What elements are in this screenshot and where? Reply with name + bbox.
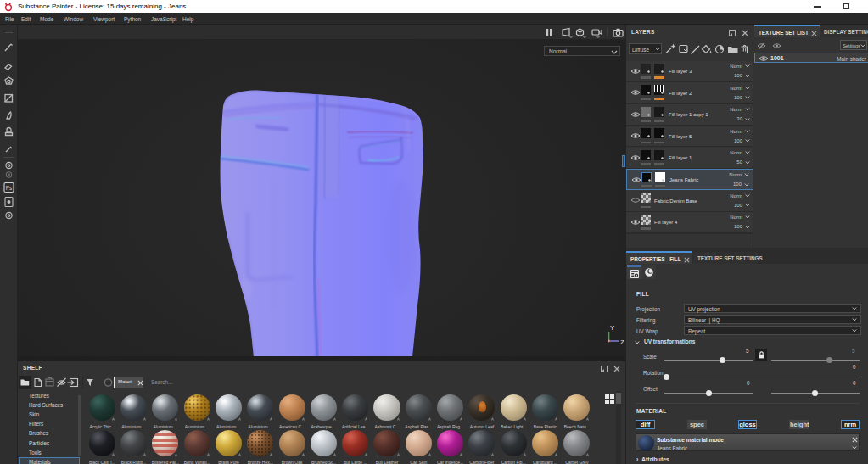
svg-text:Ps: Ps — [6, 185, 13, 191]
svg-text:Y: Y — [610, 324, 615, 332]
svg-text:Z: Z — [620, 338, 624, 346]
